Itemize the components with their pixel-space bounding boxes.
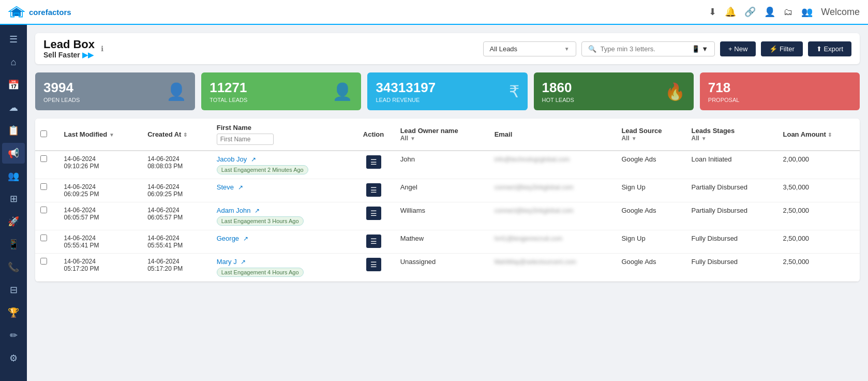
ext-link-icon-1[interactable]: ↗ [238, 184, 243, 191]
search-input[interactable] [601, 45, 687, 53]
email-value-1: connect@key2inkglobal.com [495, 184, 574, 191]
brand-title: Lead Box [43, 38, 95, 51]
cell-lead-owner-1: Angel [395, 179, 489, 202]
row-checkbox-1[interactable] [40, 183, 47, 190]
proposal-num: 718 [708, 80, 740, 96]
table-row: 14-06-2024 06:09:25 PM 14-06-2024 06:09:… [35, 179, 860, 202]
cell-first-name-4: Mary J ↗ Last Engagement 4 Hours Ago [212, 254, 352, 282]
cell-last-modified-2: 14-06-2024 06:05:57 PM [58, 202, 142, 230]
lead-owner-filter[interactable]: All ▼ [400, 135, 484, 142]
lead-name-link-3[interactable]: George [217, 235, 239, 242]
table-row: 14-06-2024 06:05:57 PM 14-06-2024 06:05:… [35, 202, 860, 230]
stats-row: 3994 OPEN LEADS 👤 11271 TOTAL LEADS 👤 34… [35, 72, 860, 110]
th-action: Action [352, 119, 395, 151]
row-checkbox-0[interactable] [40, 155, 47, 162]
total-leads-label: TOTAL LEADS [209, 97, 247, 103]
cell-email-0: info@technologrglobal.com [489, 151, 617, 179]
ext-link-icon-4[interactable]: ↗ [241, 258, 246, 266]
sidebar-item-menu[interactable]: ☰ [2, 29, 25, 50]
action-button-0[interactable]: ☰ [366, 155, 381, 169]
sidebar-item-settings[interactable]: ⚙ [2, 348, 25, 369]
row-checkbox-2[interactable] [40, 207, 47, 213]
sidebar-item-documents[interactable]: 📋 [2, 120, 25, 141]
leads-filter-dropdown[interactable]: All Leads ▼ [483, 41, 576, 56]
first-name-filter-input[interactable] [217, 134, 274, 145]
cell-email-4: MahiMay@selectourcent.com [489, 254, 617, 282]
dropdown-chevron: ▼ [564, 46, 570, 52]
cell-created-at-4: 14-06-2024 05:17:20 PM [142, 254, 212, 282]
lead-name-link-0[interactable]: Jacob Joy [217, 155, 247, 163]
ext-link-icon-2[interactable]: ↗ [255, 207, 260, 214]
play-icons: ▶▶ [82, 51, 94, 59]
select-all-checkbox[interactable] [40, 130, 47, 137]
cell-lead-source-3: Sign Up [616, 230, 686, 254]
header-controls: All Leads ▼ 🔍 📱 ▼ + New ⚡ Filter ⬆ Expor… [483, 41, 851, 56]
row-checkbox-4[interactable] [40, 258, 47, 265]
export-button[interactable]: ⬆ Export [808, 41, 851, 56]
sidebar-item-calendar[interactable]: 📅 [2, 75, 25, 95]
action-button-3[interactable]: ☰ [366, 235, 381, 248]
lead-revenue-num: 34313197 [376, 80, 436, 96]
proposal-label: PROPOSAL [708, 97, 740, 103]
sidebar-item-grid[interactable]: ⊞ [2, 188, 25, 209]
stack-icon[interactable]: 🗂 [784, 7, 793, 18]
sidebar-item-users[interactable]: 👥 [2, 166, 25, 186]
cell-email-2: connect@key2inkglobal.com [489, 202, 617, 230]
engagement-badge-0: Last Engagement 2 Minutes Ago [217, 165, 308, 174]
download-icon[interactable]: ⬇ [709, 6, 716, 18]
th-loan-amount[interactable]: Loan Amount ⇕ [778, 119, 860, 151]
link-icon[interactable]: 🔗 [744, 6, 756, 18]
engagement-badge-2: Last Engagement 3 Hours Ago [217, 216, 304, 226]
leads-table: Last Modified ▼ Created At ⇕ First Name … [35, 119, 860, 282]
action-button-1[interactable]: ☰ [366, 183, 381, 197]
leads-stages-filter[interactable]: All ▼ [692, 135, 773, 142]
cell-first-name-1: Steve ↗ [212, 179, 352, 202]
sidebar-item-rocket[interactable]: 🚀 [2, 211, 25, 232]
th-last-modified[interactable]: Last Modified ▼ [58, 119, 142, 151]
row-checkbox-3[interactable] [40, 235, 47, 241]
cell-action-3: ☰ [352, 230, 395, 254]
sidebar-item-leads[interactable]: 📢 [2, 143, 25, 164]
sidebar-item-cloud[interactable]: ☁ [2, 97, 25, 118]
ext-link-icon-0[interactable]: ↗ [251, 156, 256, 163]
cell-lead-source-4: Google Ads [616, 254, 686, 282]
th-checkbox [35, 119, 58, 151]
th-created-at[interactable]: Created At ⇕ [142, 119, 212, 151]
lead-name-link-2[interactable]: Adam John [217, 207, 251, 214]
email-value-4: MahiMay@selectourcent.com [495, 258, 576, 266]
cell-loan-amount-0: 2,00,000 [778, 151, 860, 179]
new-button[interactable]: + New [720, 41, 756, 56]
bell-icon[interactable]: 🔔 [725, 6, 736, 18]
action-button-4[interactable]: ☰ [366, 258, 381, 271]
cell-email-1: connect@key2inkglobal.com [489, 179, 617, 202]
sidebar-item-home[interactable]: ⌂ [2, 52, 25, 72]
sidebar-item-phone[interactable]: 📞 [2, 257, 25, 277]
sidebar-item-pencil[interactable]: ✏ [2, 325, 25, 346]
th-first-name: First Name [212, 119, 352, 151]
sidebar-item-mobile[interactable]: 📱 [2, 234, 25, 255]
sidebar-item-trophy[interactable]: 🏆 [2, 302, 25, 323]
user-check-icon[interactable]: 👤 [764, 6, 775, 18]
lead-name-link-1[interactable]: Steve [217, 183, 234, 191]
mobile-filter-icon[interactable]: 📱 ▼ [692, 45, 708, 53]
lead-source-filter[interactable]: All ▼ [621, 135, 681, 142]
cell-action-1: ☰ [352, 179, 395, 202]
ext-link-icon-3[interactable]: ↗ [243, 235, 248, 242]
brand-subtitle: Sell Faster ▶▶ [43, 51, 95, 59]
top-navbar: corefactors ⬇ 🔔 🔗 👤 🗂 👥 Welcome [0, 0, 868, 25]
team-icon[interactable]: 👥 [801, 6, 813, 18]
lead-name-link-4[interactable]: Mary J [217, 258, 237, 266]
info-icon[interactable]: ℹ [101, 45, 103, 53]
hot-leads-num: 1860 [542, 80, 574, 96]
cell-action-2: ☰ [352, 202, 395, 230]
sidebar: ☰ ⌂ 📅 ☁ 📋 📢 👥 ⊞ 🚀 📱 📞 ⊟ 🏆 ✏ ⚙ [0, 25, 27, 381]
sidebar-item-table[interactable]: ⊟ [2, 280, 25, 300]
filter-button[interactable]: ⚡ Filter [761, 41, 803, 56]
action-button-2[interactable]: ☰ [366, 207, 381, 220]
lead-revenue-label: LEAD REVENUE [376, 97, 436, 103]
stat-lead-revenue: 34313197 LEAD REVENUE ₹ [367, 72, 527, 110]
stat-open-leads: 3994 OPEN LEADS 👤 [35, 72, 195, 110]
cell-created-at-0: 14-06-2024 08:08:03 PM [142, 151, 212, 179]
cell-leads-stage-2: Partially Disbursed [686, 202, 778, 230]
cell-lead-source-2: Google Ads [616, 202, 686, 230]
